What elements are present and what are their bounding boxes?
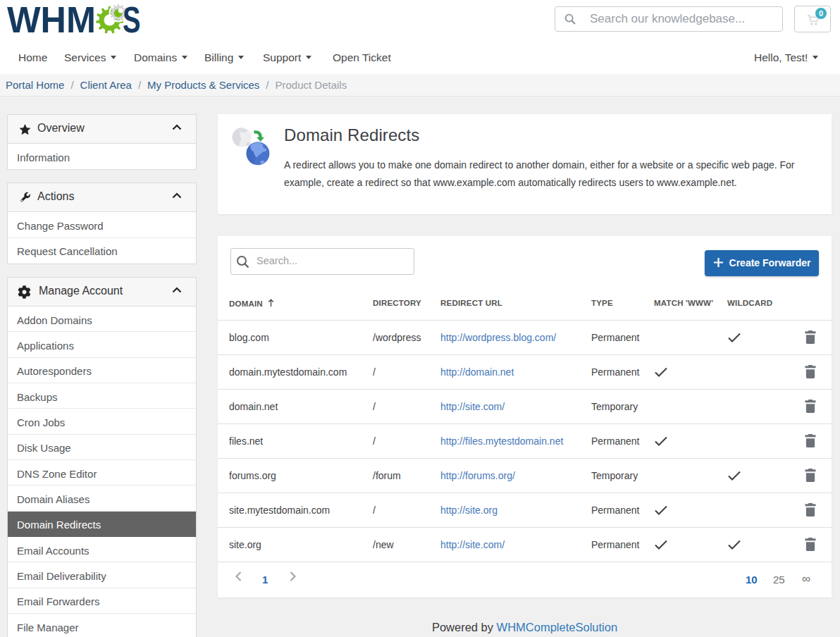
svg-text:WHM: WHM: [7, 4, 96, 39]
svg-text:S: S: [123, 4, 141, 39]
